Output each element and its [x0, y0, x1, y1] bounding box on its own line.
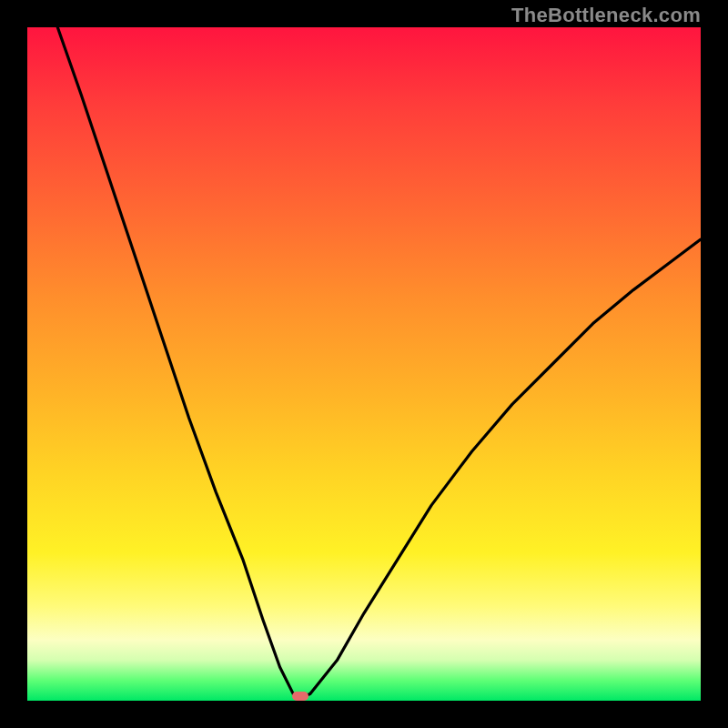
watermark-text: TheBottleneck.com — [511, 4, 701, 27]
curve-path — [57, 27, 701, 697]
bottleneck-curve — [27, 27, 701, 701]
optimum-marker — [292, 692, 308, 701]
chart-container: TheBottleneck.com — [0, 0, 728, 728]
plot-area — [27, 27, 701, 701]
